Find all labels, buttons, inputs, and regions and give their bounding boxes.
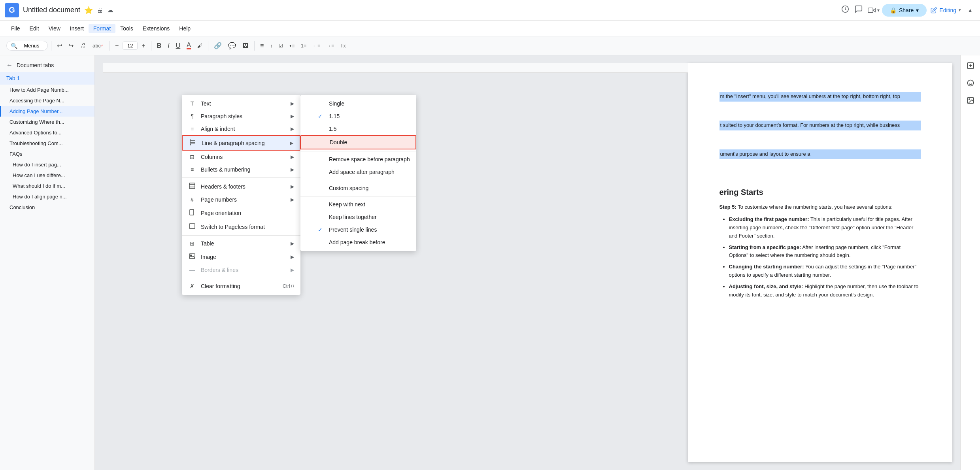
sidebar-item-faqs[interactable]: FAQs	[0, 149, 94, 159]
redo-button[interactable]: ↪	[66, 40, 76, 51]
indent-increase-button[interactable]: →≡	[324, 42, 336, 50]
format-menu-borders[interactable]: — Borders & lines ▶	[182, 264, 300, 276]
indent-decrease-button[interactable]: ←≡	[310, 42, 323, 50]
spellcheck-button[interactable]: abc✓	[90, 41, 106, 50]
clear-formatting-toolbar-button[interactable]: Tx	[338, 42, 348, 50]
sidebar-sub-item-2[interactable]: What should I do if m...	[0, 181, 94, 191]
format-menu-text[interactable]: T Text ▶	[182, 97, 300, 110]
editing-button[interactable]: Editing ▾	[927, 5, 965, 16]
spacing-submenu: Single ✓ 1.15 1.5 Double Remove space be…	[300, 95, 416, 251]
print-icon[interactable]: 🖨	[97, 7, 103, 14]
doc-step5: Step 5: To customize where the numbering…	[719, 203, 921, 211]
menu-insert[interactable]: Insert	[65, 24, 89, 33]
sidebar-item-4[interactable]: Advanced Options fo...	[0, 127, 94, 138]
menu-divider-3	[182, 278, 300, 278]
text-color-button[interactable]: A	[184, 40, 193, 51]
font-size-increase[interactable]: +	[139, 41, 147, 51]
sidebar-item-5[interactable]: Troubleshooting Com...	[0, 138, 94, 149]
main-layout: ← Document tabs Tab 1 How to Add Page Nu…	[0, 55, 980, 470]
font-size-input[interactable]	[123, 42, 137, 49]
sidebar-item-3[interactable]: Customizing Where th...	[0, 117, 94, 127]
print-toolbar-button[interactable]: 🖨	[77, 41, 89, 51]
numbered-list-button[interactable]: 1≡	[298, 42, 309, 50]
collapse-button[interactable]: ▲	[965, 5, 975, 16]
format-menu-page-numbers[interactable]: # Page numbers ▶	[182, 193, 300, 206]
sidebar-section-title: Document tabs	[17, 62, 54, 68]
format-menu-clear[interactable]: ✗ Clear formatting Ctrl+\	[182, 280, 300, 293]
italic-button[interactable]: I	[165, 41, 172, 51]
menu-edit[interactable]: Edit	[25, 24, 44, 33]
star-icon[interactable]: ⭐	[84, 6, 93, 15]
format-menu-image[interactable]: Image ▶	[182, 250, 300, 264]
sidebar-item-2[interactable]: Adding Page Number...	[0, 106, 94, 117]
menu-file[interactable]: File	[6, 24, 25, 33]
format-menu-table[interactable]: ⊞ Table ▶	[182, 237, 300, 250]
sidebar-header: ← Document tabs	[0, 59, 94, 72]
sidebar-conclusion[interactable]: Conclusion	[0, 202, 94, 213]
undo-button[interactable]: ↩	[55, 40, 64, 51]
cloud-icon[interactable]: ☁	[107, 6, 113, 14]
format-menu-paragraph-styles[interactable]: ¶ Paragraph styles ▶	[182, 110, 300, 123]
menu-help[interactable]: Help	[174, 24, 195, 33]
spacing-single[interactable]: Single	[300, 97, 416, 110]
sidebar-item-1[interactable]: Accessing the Page N...	[0, 95, 94, 106]
image-toolbar-button[interactable]: 🖼	[240, 41, 251, 51]
format-menu-bullets[interactable]: ≡ Bullets & numbering ▶	[182, 163, 300, 176]
sidebar-sub-item-0[interactable]: How do I insert pag...	[0, 159, 94, 170]
menus-input[interactable]	[20, 42, 43, 49]
menu-extensions[interactable]: Extensions	[138, 24, 174, 33]
borders-icon: —	[188, 267, 196, 273]
sidebar-item-0[interactable]: How to Add Page Numb...	[0, 85, 94, 95]
edit-icon	[931, 7, 937, 13]
spacing-custom[interactable]: Custom spacing	[300, 182, 416, 194]
line-spacing-icon	[189, 139, 197, 147]
doc-area[interactable]: m the "Insert" menu, you'll see several …	[95, 55, 960, 470]
format-menu-align[interactable]: ≡ Align & indent ▶	[182, 123, 300, 135]
link-button[interactable]: 🔗	[211, 40, 224, 51]
spacing-page-break[interactable]: Add page break before	[300, 236, 416, 249]
sidebar-sub-item-1[interactable]: How can I use differe...	[0, 170, 94, 181]
line-spacing-toolbar-button[interactable]: ↕	[268, 42, 275, 50]
doc-title[interactable]: Untitled document	[23, 6, 80, 14]
spacing-keep-next[interactable]: Keep with next	[300, 198, 416, 211]
sidebar-tab-1[interactable]: Tab 1	[0, 72, 94, 85]
highlight-button[interactable]: 🖌	[195, 41, 205, 50]
history-button[interactable]	[838, 2, 852, 18]
align-arrow: ▶	[291, 126, 294, 132]
sidebar-sub-item-3[interactable]: How do I align page n...	[0, 191, 94, 202]
bold-button[interactable]: B	[155, 41, 164, 51]
comment-button[interactable]	[852, 2, 865, 18]
format-menu-headers[interactable]: Headers & footers ▶	[182, 179, 300, 193]
format-menu-page-orientation[interactable]: Page orientation	[182, 206, 300, 220]
underline-button[interactable]: U	[174, 41, 183, 51]
video-button[interactable]: ▾	[865, 4, 882, 17]
format-menu-line-spacing[interactable]: Line & paragraph spacing ▶	[182, 135, 300, 151]
menu-tools[interactable]: Tools	[115, 24, 138, 33]
spacing-prevent-single[interactable]: ✓ Prevent single lines	[300, 223, 416, 236]
right-emoji-button[interactable]	[963, 76, 978, 90]
menu-view[interactable]: View	[44, 24, 65, 33]
spacing-keep-lines[interactable]: Keep lines together	[300, 211, 416, 223]
paragraph-styles-icon: ¶	[188, 113, 196, 119]
spacing-double[interactable]: Double	[300, 135, 416, 149]
format-menu-pageless[interactable]: Switch to Pageless format	[182, 220, 300, 234]
bullets-toolbar-button[interactable]: •≡	[287, 41, 297, 51]
svg-rect-7	[189, 183, 195, 189]
format-menu-columns[interactable]: ⊟ Columns ▶	[182, 151, 300, 163]
checklist-button[interactable]: ☑	[276, 42, 285, 50]
right-add-button[interactable]	[963, 59, 978, 73]
spacing-add-after[interactable]: Add space after paragraph	[300, 166, 416, 178]
spacing-15[interactable]: 1.5	[300, 123, 416, 135]
spacing-remove-before[interactable]: Remove space before paragraph	[300, 153, 416, 166]
align-button[interactable]: ≡	[258, 41, 266, 51]
paragraph-styles-arrow: ▶	[291, 113, 294, 119]
menu-format[interactable]: Format	[89, 24, 115, 33]
font-size-decrease[interactable]: −	[113, 41, 121, 51]
share-button[interactable]: 🔒 Share ▾	[882, 4, 927, 17]
115-check-icon: ✓	[318, 113, 329, 119]
comment-toolbar-button[interactable]: 💬	[226, 40, 238, 51]
spacing-115[interactable]: ✓ 1.15	[300, 110, 416, 123]
sidebar-back-button[interactable]: ←	[6, 62, 13, 69]
right-image-button[interactable]	[963, 93, 978, 108]
highlighted-para-2: t suited to your document's format. For …	[719, 121, 921, 130]
